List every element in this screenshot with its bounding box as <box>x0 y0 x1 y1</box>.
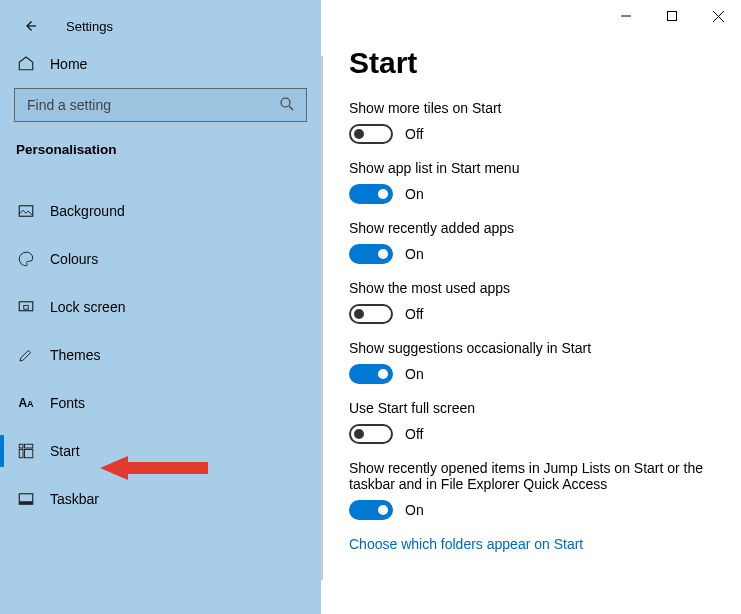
page-heading: Start <box>349 46 719 80</box>
setting-most-used: Show the most used apps Off <box>349 280 719 324</box>
search-input[interactable] <box>25 96 278 114</box>
sidebar-item-label: Colours <box>50 251 98 267</box>
svg-rect-4 <box>19 444 23 448</box>
back-button[interactable] <box>18 14 42 38</box>
setting-app-list: Show app list in Start menu On <box>349 160 719 204</box>
svg-rect-5 <box>25 444 33 448</box>
toggle-state: On <box>405 246 424 262</box>
sidebar: Settings Home Personalisation Background <box>0 0 321 614</box>
main-pane: Start Show more tiles on Start Off Show … <box>321 0 741 614</box>
sidebar-item-lock-screen[interactable]: Lock screen <box>0 283 321 331</box>
sidebar-item-start[interactable]: Start <box>0 427 321 475</box>
sidebar-nav: Background Colours Lock screen Themes AA… <box>0 187 321 523</box>
sidebar-item-taskbar[interactable]: Taskbar <box>0 475 321 523</box>
scrollbar[interactable] <box>321 56 323 580</box>
svg-rect-6 <box>19 450 23 458</box>
toggle-state: Off <box>405 426 423 442</box>
svg-rect-11 <box>668 12 677 21</box>
sidebar-item-themes[interactable]: Themes <box>0 331 321 379</box>
image-icon <box>16 202 36 220</box>
setting-suggestions: Show suggestions occasionally in Start O… <box>349 340 719 384</box>
svg-rect-1 <box>19 206 33 217</box>
home-icon <box>16 54 36 75</box>
taskbar-icon <box>16 490 36 508</box>
setting-label: Show recently opened items in Jump Lists… <box>349 460 719 492</box>
maximize-button[interactable] <box>649 0 695 32</box>
brush-icon <box>16 346 36 364</box>
toggle-more-tiles[interactable] <box>349 124 393 144</box>
start-icon <box>16 442 36 460</box>
setting-label: Show suggestions occasionally in Start <box>349 340 719 356</box>
lock-icon <box>16 298 36 316</box>
setting-more-tiles: Show more tiles on Start Off <box>349 100 719 144</box>
window-title: Settings <box>66 19 113 34</box>
search-box[interactable] <box>14 88 307 122</box>
setting-label: Show recently added apps <box>349 220 719 236</box>
palette-icon <box>16 250 36 268</box>
maximize-icon <box>667 11 677 21</box>
toggle-app-list[interactable] <box>349 184 393 204</box>
svg-rect-3 <box>24 306 29 310</box>
toggle-state: On <box>405 502 424 518</box>
sidebar-item-label: Start <box>50 443 80 459</box>
sidebar-item-fonts[interactable]: AA Fonts <box>0 379 321 427</box>
sidebar-item-label: Background <box>50 203 125 219</box>
sidebar-item-label: Lock screen <box>50 299 125 315</box>
sidebar-item-label: Taskbar <box>50 491 99 507</box>
close-icon <box>713 11 724 22</box>
setting-label: Show app list in Start menu <box>349 160 719 176</box>
search-icon <box>278 95 296 116</box>
close-button[interactable] <box>695 0 741 32</box>
toggle-state: On <box>405 366 424 382</box>
minimize-button[interactable] <box>603 0 649 32</box>
sidebar-item-label: Fonts <box>50 395 85 411</box>
setting-label: Use Start full screen <box>349 400 719 416</box>
sidebar-item-label: Themes <box>50 347 101 363</box>
toggle-jump-lists[interactable] <box>349 500 393 520</box>
sidebar-item-colours[interactable]: Colours <box>0 235 321 283</box>
titlebar: Settings <box>0 0 321 40</box>
svg-point-0 <box>281 98 290 107</box>
svg-rect-9 <box>19 501 33 504</box>
window-controls <box>603 0 741 32</box>
setting-jump-lists: Show recently opened items in Jump Lists… <box>349 460 719 520</box>
toggle-suggestions[interactable] <box>349 364 393 384</box>
minimize-icon <box>621 11 631 21</box>
toggle-state: Off <box>405 126 423 142</box>
setting-recently-added: Show recently added apps On <box>349 220 719 264</box>
toggle-most-used[interactable] <box>349 304 393 324</box>
setting-label: Show more tiles on Start <box>349 100 719 116</box>
font-icon: AA <box>16 396 36 410</box>
arrow-left-icon <box>21 17 39 35</box>
link-choose-folders[interactable]: Choose which folders appear on Start <box>349 536 719 552</box>
toggle-full-screen[interactable] <box>349 424 393 444</box>
toggle-recently-added[interactable] <box>349 244 393 264</box>
setting-full-screen: Use Start full screen Off <box>349 400 719 444</box>
toggle-state: On <box>405 186 424 202</box>
sidebar-home-label: Home <box>50 56 87 72</box>
svg-rect-7 <box>25 450 33 458</box>
toggle-state: Off <box>405 306 423 322</box>
setting-label: Show the most used apps <box>349 280 719 296</box>
sidebar-section-title: Personalisation <box>0 132 321 169</box>
sidebar-home[interactable]: Home <box>0 40 321 80</box>
sidebar-item-background[interactable]: Background <box>0 187 321 235</box>
